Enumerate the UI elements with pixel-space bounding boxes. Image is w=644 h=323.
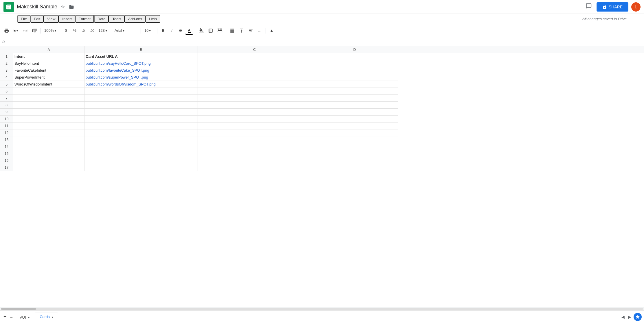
cell[interactable] (198, 74, 311, 81)
cell[interactable] (311, 164, 398, 171)
zoom-select[interactable]: 100% ▾ (43, 27, 58, 35)
cell[interactable] (198, 109, 311, 116)
border-button[interactable] (206, 27, 215, 35)
add-sheet-button[interactable]: + (2, 313, 8, 321)
row-number[interactable]: 12 (0, 129, 13, 136)
cell[interactable] (198, 116, 311, 122)
cell[interactable]: Intent (13, 53, 84, 60)
cell[interactable]: SayHelloIntent (13, 60, 84, 67)
sheet-menu-button[interactable]: ≡ (9, 313, 14, 321)
row-number[interactable]: 13 (0, 136, 13, 143)
cell[interactable] (13, 143, 84, 150)
cell[interactable] (198, 88, 311, 95)
text-wrap-button[interactable] (246, 27, 255, 35)
cell[interactable] (198, 67, 311, 74)
cell[interactable] (84, 95, 198, 102)
cell[interactable] (311, 53, 398, 60)
print-button[interactable] (2, 27, 11, 35)
cell[interactable] (84, 164, 198, 171)
formula-input[interactable] (10, 39, 642, 44)
font-size-select[interactable]: 10 ▾ (143, 27, 155, 35)
cell[interactable] (84, 157, 198, 164)
explorer-button[interactable] (634, 313, 642, 321)
cell[interactable] (84, 136, 198, 143)
cell[interactable] (13, 122, 84, 129)
cell[interactable] (198, 81, 311, 88)
cell[interactable]: Card Asset URL A (84, 53, 198, 60)
cell[interactable] (311, 116, 398, 122)
cell[interactable] (311, 157, 398, 164)
paint-format-button[interactable] (30, 27, 39, 35)
cell[interactable] (198, 157, 311, 164)
cell[interactable] (198, 136, 311, 143)
cell[interactable]: FavoriteCakeIntent (13, 67, 84, 74)
cell[interactable] (84, 88, 198, 95)
cell[interactable] (84, 150, 198, 157)
strikethrough-button[interactable]: S (176, 27, 185, 35)
row-number[interactable]: 1 (0, 53, 13, 60)
cell[interactable] (84, 109, 198, 116)
menu-help[interactable]: Help (146, 15, 160, 23)
col-header-a[interactable]: A (13, 46, 84, 53)
row-number[interactable]: 10 (0, 116, 13, 122)
col-header-b[interactable]: B (84, 46, 198, 53)
cell[interactable] (311, 74, 398, 81)
row-number[interactable]: 5 (0, 81, 13, 88)
decimal-less-button[interactable]: .0 (79, 27, 87, 35)
comments-button[interactable] (584, 1, 594, 12)
cell[interactable]: publicurl.com/favoriteCake_SPOT.png (84, 67, 198, 74)
cell[interactable] (311, 60, 398, 67)
scroll-sheets-right[interactable]: ▶ (627, 313, 632, 320)
cell[interactable] (198, 53, 311, 60)
cell[interactable] (311, 88, 398, 95)
h-scrollbar[interactable] (0, 307, 644, 310)
cell[interactable] (311, 102, 398, 109)
text-color-button[interactable]: A (185, 27, 193, 35)
cell[interactable] (198, 122, 311, 129)
format-type-select[interactable]: 123 ▾ (97, 27, 109, 35)
collapse-toolbar-button[interactable]: ▲ (268, 27, 276, 35)
cell[interactable] (311, 81, 398, 88)
cell[interactable] (84, 122, 198, 129)
row-number[interactable]: 4 (0, 74, 13, 81)
menu-data[interactable]: Data (94, 15, 109, 23)
cell[interactable] (84, 143, 198, 150)
folder-button[interactable] (68, 3, 75, 11)
cell[interactable] (198, 164, 311, 171)
sheet-tab-vui[interactable]: VUI ▾ (15, 313, 34, 321)
share-button[interactable]: SHARE (597, 2, 628, 12)
cell[interactable] (13, 129, 84, 136)
cell[interactable]: publicurl.com/wordsOfWisdom_SPOT.png (84, 81, 198, 88)
cell[interactable] (13, 88, 84, 95)
decimal-more-button[interactable]: .00 (88, 27, 96, 35)
cell[interactable] (311, 109, 398, 116)
row-number[interactable]: 16 (0, 157, 13, 164)
row-number[interactable]: 6 (0, 88, 13, 95)
italic-button[interactable]: I (168, 27, 176, 35)
row-number[interactable]: 9 (0, 109, 13, 116)
cell[interactable] (84, 116, 198, 122)
row-number[interactable]: 15 (0, 150, 13, 157)
cell[interactable] (13, 116, 84, 122)
more-formats-button[interactable]: ... (256, 27, 264, 35)
cell[interactable]: publicurl.com/superPower_SPOT.png (84, 74, 198, 81)
cell[interactable] (198, 150, 311, 157)
cell[interactable] (84, 102, 198, 109)
menu-file[interactable]: File (17, 15, 30, 23)
align-button[interactable] (228, 27, 237, 35)
row-number[interactable]: 3 (0, 67, 13, 74)
row-number[interactable]: 14 (0, 143, 13, 150)
bold-button[interactable]: B (159, 27, 167, 35)
cell[interactable] (311, 129, 398, 136)
cell[interactable] (311, 136, 398, 143)
cell[interactable] (311, 95, 398, 102)
cell[interactable] (13, 150, 84, 157)
col-header-d[interactable]: D (311, 46, 398, 53)
scroll-sheets-left[interactable]: ◀ (620, 313, 626, 320)
cell[interactable] (198, 102, 311, 109)
menu-view[interactable]: View (44, 15, 59, 23)
menu-format[interactable]: Format (75, 15, 94, 23)
font-select[interactable]: Arial ▾ (113, 27, 139, 35)
cell[interactable] (13, 157, 84, 164)
star-button[interactable]: ☆ (60, 3, 66, 11)
